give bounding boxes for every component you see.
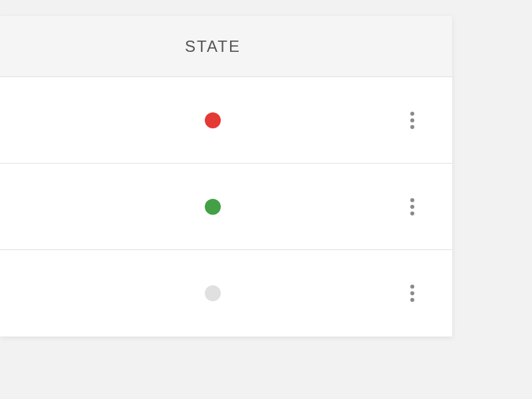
table-row [0,164,452,250]
more-vert-icon[interactable] [405,106,420,134]
state-cell [0,285,372,301]
actions-cell [372,279,452,307]
state-indicator-dot [205,285,221,301]
actions-cell [372,193,452,221]
data-table: STATE [0,16,452,336]
column-header-state: STATE [0,37,452,56]
more-vert-icon[interactable] [405,279,420,307]
table-row [0,77,452,164]
state-cell [0,112,372,128]
state-indicator-dot [205,112,221,128]
state-indicator-dot [205,199,221,215]
state-cell [0,199,372,215]
more-vert-icon[interactable] [405,193,420,221]
table-row [0,250,452,336]
actions-cell [372,106,452,134]
table-header: STATE [0,16,452,77]
